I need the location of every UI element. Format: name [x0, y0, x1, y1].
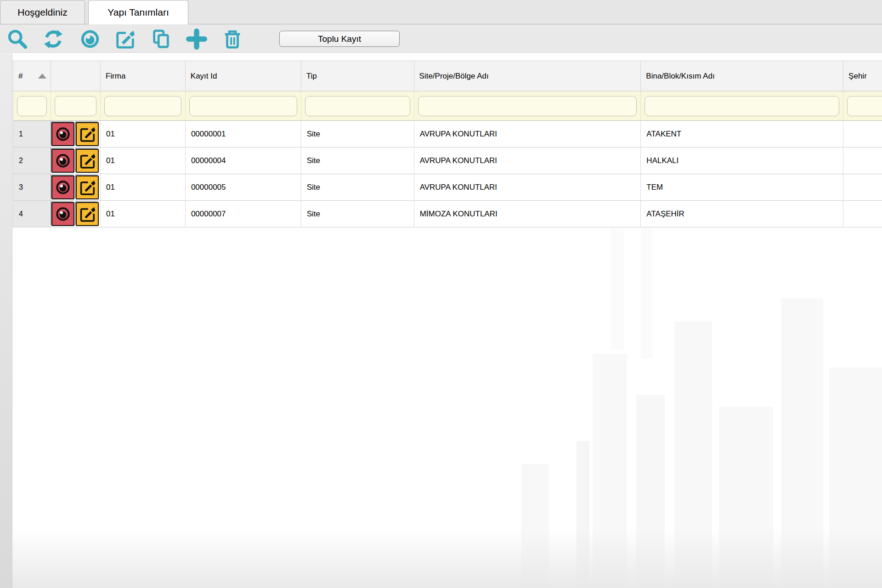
pencil-square-icon: [79, 205, 96, 223]
filter-input-bina[interactable]: [645, 96, 839, 116]
tab-bar: Hoşgeldiniz Yapı Tanımları: [0, 0, 882, 24]
cell-firma: 01: [101, 201, 186, 227]
cell-tip: Site: [301, 121, 414, 147]
add-icon[interactable]: [186, 28, 208, 50]
filter-input-actions[interactable]: [55, 96, 96, 116]
pencil-square-icon: [79, 179, 96, 196]
toolbar: Toplu Kayıt: [0, 24, 882, 53]
filter-input-sehir[interactable]: [847, 96, 882, 116]
delete-icon[interactable]: [221, 28, 243, 50]
table-header-row: # Firma Kayıt Id Tip Site/Proje/Bölge Ad…: [13, 61, 882, 91]
filter-input-tip[interactable]: [305, 96, 410, 116]
edit-icon[interactable]: [114, 28, 136, 50]
cell-sehir: [843, 174, 882, 201]
tab-yapi-tanimlari[interactable]: Yapı Tanımları: [88, 0, 188, 24]
eye-icon: [54, 152, 72, 170]
edit-record-button[interactable]: [76, 149, 99, 173]
cell-bina: ATAKENT: [641, 121, 843, 147]
column-header-tip[interactable]: Tip: [301, 61, 414, 91]
column-header-sehir[interactable]: Şehir: [843, 61, 882, 91]
refresh-icon[interactable]: [42, 28, 64, 50]
cell-firma: 01: [101, 147, 186, 174]
cell-row-number: 3: [13, 174, 51, 201]
edit-record-button[interactable]: [76, 202, 99, 226]
cell-row-number: 1: [13, 121, 51, 147]
cell-site: MİMOZA KONUTLARI: [414, 201, 641, 227]
cell-bina: HALKALI: [641, 147, 843, 174]
filter-row: [13, 91, 882, 121]
table-row[interactable]: 3 01 00000005: [13, 174, 882, 201]
filter-input-site[interactable]: [418, 96, 637, 116]
cell-site: AVRUPA KONUTLARI: [414, 121, 641, 147]
view-record-button[interactable]: [51, 122, 74, 146]
pencil-square-icon: [79, 152, 96, 170]
view-record-button[interactable]: [51, 202, 74, 226]
column-header-actions[interactable]: [51, 61, 101, 91]
filter-input-firma[interactable]: [104, 96, 181, 116]
cell-actions: [51, 147, 101, 174]
bottom-gradient: [12, 528, 882, 588]
column-header-site[interactable]: Site/Proje/Bölge Adı: [414, 61, 641, 91]
cell-kayit-id: 00000001: [186, 121, 301, 147]
eye-icon: [54, 125, 72, 143]
table-row[interactable]: 4 01 00000007: [13, 201, 882, 227]
search-icon[interactable]: [6, 28, 28, 50]
filter-input-index[interactable]: [17, 96, 47, 116]
eye-icon: [54, 205, 72, 223]
pencil-square-icon: [79, 125, 96, 143]
cell-tip: Site: [301, 147, 414, 174]
cell-kayit-id: 00000007: [186, 201, 301, 227]
cell-sehir: [843, 121, 882, 147]
cell-site: AVRUPA KONUTLARI: [414, 174, 641, 201]
left-margin-strip: [0, 53, 12, 588]
cell-tip: Site: [301, 174, 414, 201]
cell-firma: 01: [101, 174, 186, 201]
tab-hosgeldiniz[interactable]: Hoşgeldiniz: [0, 0, 85, 24]
column-header-bina[interactable]: Bina/Blok/Kısım Adı: [641, 61, 843, 91]
cell-row-number: 2: [13, 147, 51, 174]
edit-record-button[interactable]: [76, 122, 99, 146]
tab-label: Yapı Tanımları: [107, 7, 169, 18]
cell-actions: [51, 201, 101, 227]
structure-definitions-table: # Firma Kayıt Id Tip Site/Proje/Bölge Ad…: [13, 61, 882, 232]
cell-tip: Site: [301, 201, 414, 227]
record-icon[interactable]: [79, 28, 101, 50]
column-header-index[interactable]: #: [13, 61, 51, 91]
column-header-kayit-id[interactable]: Kayıt Id: [186, 61, 301, 91]
copy-icon[interactable]: [150, 28, 172, 50]
cell-site: AVRUPA KONUTLARI: [414, 147, 641, 174]
filter-input-kayit-id[interactable]: [189, 96, 297, 116]
column-header-firma[interactable]: Firma: [101, 61, 186, 91]
cell-firma: 01: [101, 121, 186, 147]
table-row[interactable]: 2 01 00000004: [13, 147, 882, 174]
view-record-button[interactable]: [51, 149, 74, 173]
cell-kayit-id: 00000005: [186, 174, 301, 201]
cell-sehir: [843, 201, 882, 227]
view-record-button[interactable]: [51, 175, 74, 199]
cell-kayit-id: 00000004: [186, 147, 301, 174]
cell-actions: [51, 121, 101, 147]
cell-actions: [51, 174, 101, 201]
table-row[interactable]: 1 01 00000001: [13, 121, 882, 147]
eye-icon: [54, 179, 72, 196]
cell-bina: TEM: [641, 174, 843, 201]
bulk-save-button[interactable]: Toplu Kayıt: [279, 31, 400, 47]
tab-label: Hoşgeldiniz: [17, 7, 68, 18]
cell-sehir: [843, 147, 882, 174]
sort-ascending-icon: [38, 74, 46, 79]
cell-row-number: 4: [13, 201, 51, 227]
cell-bina: ATAŞEHİR: [641, 201, 843, 227]
edit-record-button[interactable]: [76, 175, 99, 199]
